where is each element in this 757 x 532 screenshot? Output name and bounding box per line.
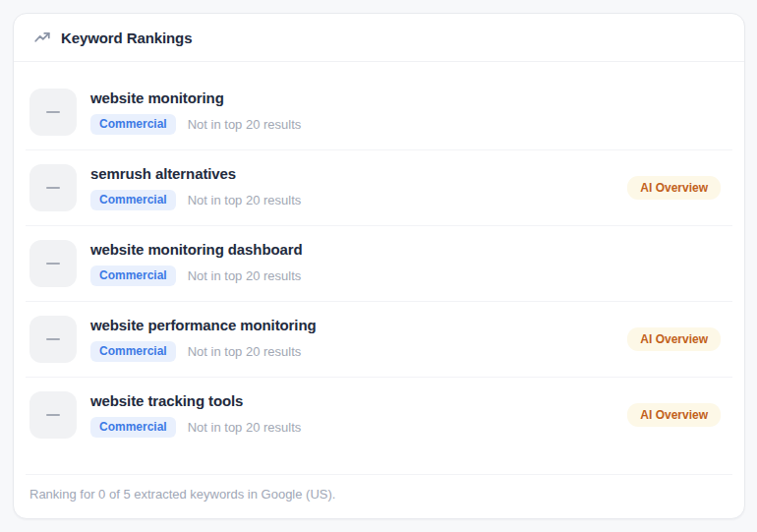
rank-placeholder (29, 391, 77, 439)
keyword-info: website tracking tools Commercial Not in… (90, 392, 301, 438)
card-footer: Ranking for 0 of 5 extracted keywords in… (26, 474, 732, 518)
keyword-info: website monitoring Commercial Not in top… (90, 89, 301, 135)
keyword-rankings-card: Keyword Rankings website monitoring Comm… (13, 13, 745, 519)
rank-placeholder (29, 164, 77, 211)
keyword-meta: Commercial Not in top 20 results (90, 114, 301, 135)
keyword-list: website monitoring Commercial Not in top… (14, 62, 744, 474)
keyword-meta: Commercial Not in top 20 results (90, 417, 301, 438)
dash-icon (46, 111, 60, 113)
ai-overview-badge: AI Overview (627, 403, 721, 427)
keyword-title: website tracking tools (90, 392, 301, 410)
intent-badge: Commercial (90, 114, 176, 135)
ai-overview-badge: AI Overview (627, 327, 721, 351)
rank-placeholder (29, 89, 77, 136)
footer-summary: Ranking for 0 of 5 extracted keywords in… (29, 487, 728, 502)
ai-overview-badge: AI Overview (627, 176, 721, 200)
rank-placeholder (29, 240, 77, 287)
ranking-status: Not in top 20 results (188, 268, 302, 283)
dash-icon (46, 187, 60, 189)
keyword-row[interactable]: semrush alternatives Commercial Not in t… (26, 150, 732, 226)
dash-icon (46, 338, 60, 340)
keyword-title: website monitoring (90, 89, 301, 107)
intent-badge: Commercial (90, 190, 176, 210)
keyword-row[interactable]: website performance monitoring Commercia… (26, 302, 732, 378)
dash-icon (46, 263, 60, 265)
intent-badge: Commercial (90, 341, 176, 362)
intent-badge: Commercial (90, 266, 176, 286)
ranking-status: Not in top 20 results (188, 420, 302, 435)
intent-badge: Commercial (90, 417, 176, 438)
ranking-status: Not in top 20 results (188, 344, 302, 359)
keyword-info: semrush alternatives Commercial Not in t… (90, 165, 301, 210)
keyword-meta: Commercial Not in top 20 results (90, 266, 303, 286)
keyword-meta: Commercial Not in top 20 results (90, 341, 317, 362)
keyword-row[interactable]: website tracking tools Commercial Not in… (26, 378, 732, 452)
card-title: Keyword Rankings (61, 30, 192, 46)
keyword-title: website performance monitoring (90, 317, 317, 334)
keyword-info: website performance monitoring Commercia… (90, 317, 317, 362)
ranking-status: Not in top 20 results (188, 193, 302, 207)
ranking-status: Not in top 20 results (188, 117, 302, 132)
keyword-info: website monitoring dashboard Commercial … (90, 241, 303, 286)
card-header: Keyword Rankings (14, 14, 744, 62)
dash-icon (46, 414, 60, 416)
page-background: Keyword Rankings website monitoring Comm… (0, 0, 757, 532)
keyword-row[interactable]: website monitoring Commercial Not in top… (26, 75, 732, 150)
keyword-title: website monitoring dashboard (90, 241, 303, 259)
keyword-row[interactable]: website monitoring dashboard Commercial … (26, 226, 732, 302)
keyword-title: semrush alternatives (90, 165, 301, 183)
rank-placeholder (29, 316, 77, 363)
trending-up-icon (33, 29, 51, 46)
keyword-meta: Commercial Not in top 20 results (90, 190, 301, 210)
